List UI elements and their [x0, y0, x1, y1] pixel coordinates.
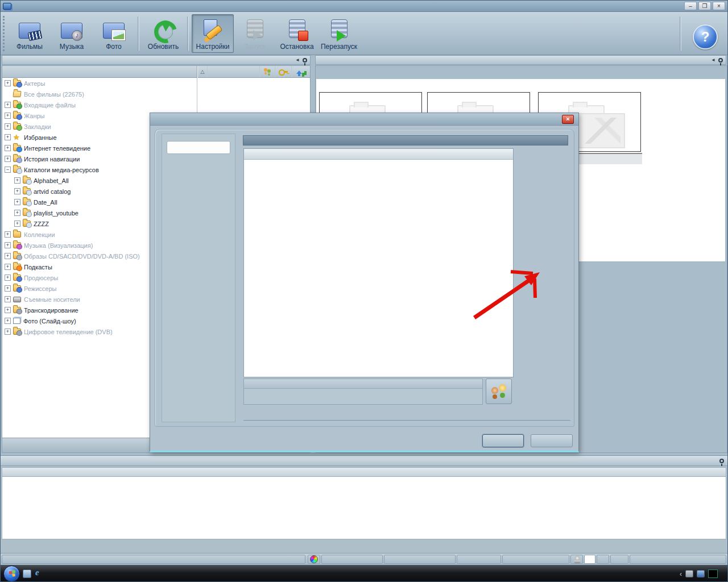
rating-header-label[interactable]: [207, 66, 259, 77]
expander-icon[interactable]: +: [5, 145, 11, 151]
help-button[interactable]: [684, 14, 726, 53]
tree-item-label: Каталоги медиа-ресурсов: [24, 167, 99, 173]
log-panel: [1, 455, 727, 552]
status-count-3: [502, 555, 569, 564]
server-stop-icon: [285, 18, 309, 41]
sort-icon[interactable]: △: [198, 66, 207, 77]
folder-podcasts-icon: [13, 264, 21, 270]
toolbar-separator: [138, 16, 139, 51]
expander-icon[interactable]: +: [5, 253, 11, 259]
toolbar-button-label: Фото: [106, 43, 122, 51]
users-column-icon[interactable]: [259, 66, 275, 77]
expander-icon: [5, 91, 11, 97]
tree-item-label: Все фильмы (22675): [24, 91, 84, 98]
toolbar-button-label: Музыка: [60, 43, 84, 51]
folder-internet-tv-icon: [13, 145, 21, 151]
pin-icon[interactable]: [303, 58, 307, 63]
tree-item[interactable]: +Входящие файлы: [2, 99, 197, 110]
expander-icon[interactable]: +: [5, 231, 11, 238]
status-count-5: [610, 555, 628, 564]
minimize-button[interactable]: –: [684, 2, 697, 10]
tray-expand-icon[interactable]: ‹: [680, 570, 682, 578]
expander-icon[interactable]: +: [5, 307, 11, 313]
tree-item[interactable]: +Актеры: [2, 78, 197, 89]
tree-item-label: История навигации: [24, 156, 80, 163]
films-folder-icon: [18, 18, 42, 41]
folder-bookmarks-icon: [13, 123, 21, 130]
restore-button[interactable]: ❐: [698, 2, 711, 10]
dialog-bottom-tabs: [243, 408, 570, 421]
status-swatch-white: [584, 555, 595, 564]
collapse-icon[interactable]: ◄: [711, 57, 715, 63]
expander-icon[interactable]: +: [5, 285, 11, 292]
pin-icon[interactable]: [719, 459, 724, 463]
tree-item-label: Режиссеры: [24, 285, 57, 292]
list-pane-header: ◄: [315, 55, 726, 65]
expander-icon[interactable]: +: [5, 242, 11, 248]
tree-column-header: [2, 66, 197, 78]
show-desktop-icon[interactable]: [23, 569, 31, 578]
expander-icon[interactable]: +: [14, 177, 20, 184]
toolbar-button[interactable]: Остановка: [276, 14, 318, 53]
status-count-4: [597, 555, 609, 564]
browser-icon[interactable]: [34, 569, 43, 578]
dialog-title-bar: [150, 113, 578, 126]
help-icon: [693, 24, 718, 49]
expander-icon[interactable]: +: [5, 329, 11, 335]
toolbar-button[interactable]: Перезапуск: [318, 14, 360, 53]
toolbar-button[interactable]: Фильмы: [9, 14, 51, 53]
start-button[interactable]: [3, 566, 20, 582]
my-computer-group: [243, 379, 483, 405]
users-button[interactable]: [486, 379, 512, 404]
cancel-button[interactable]: [531, 434, 573, 447]
table-header: [244, 149, 513, 160]
ok-button[interactable]: [482, 434, 524, 447]
expander-icon[interactable]: +: [14, 188, 20, 194]
key-column-icon[interactable]: [275, 66, 291, 77]
tree-item[interactable]: Все фильмы (22675): [2, 89, 197, 99]
tray-icon[interactable]: [697, 570, 705, 577]
expander-icon[interactable]: +: [5, 134, 11, 140]
expander-icon[interactable]: +: [5, 102, 11, 108]
toolbar-grip[interactable]: [3, 16, 6, 51]
expander-icon[interactable]: +: [5, 275, 11, 281]
tray-icon[interactable]: [685, 570, 693, 577]
toolbar-button[interactable]: Настройки: [192, 14, 234, 53]
expander-icon[interactable]: +: [5, 318, 11, 324]
close-button[interactable]: ×: [713, 2, 725, 10]
expander-icon[interactable]: +: [5, 123, 11, 130]
tree-item-label: Съемные носители: [24, 296, 80, 303]
expander-icon[interactable]: −: [5, 167, 11, 173]
toolbar-button[interactable]: Обновить: [142, 14, 184, 53]
media-resources-table: [243, 148, 514, 377]
status-bar: [1, 553, 727, 565]
folder-incoming-icon: [13, 102, 21, 108]
photo-folder-icon: [102, 18, 126, 41]
stats-column-icon[interactable]: [291, 66, 310, 77]
dialog-close-icon[interactable]: [562, 115, 574, 124]
title-bar: – ❐ ×: [1, 1, 727, 12]
tree-item-label: Цифровое телевидение (DVB): [24, 329, 113, 335]
expander-icon[interactable]: +: [5, 264, 11, 270]
expander-icon[interactable]: +: [5, 296, 11, 302]
folder-history-icon: [13, 156, 21, 162]
toolbar-button[interactable]: Фото: [93, 14, 135, 53]
tree-item-label: Жанры: [24, 113, 45, 119]
expander-icon[interactable]: +: [14, 221, 20, 227]
version-label: [630, 555, 726, 564]
removable-media-icon: [13, 297, 21, 302]
tree-item-label: Коллекции: [24, 231, 55, 238]
tree-item-label: Входящие файлы: [24, 102, 76, 109]
expander-icon[interactable]: +: [5, 80, 11, 86]
toolbar-button[interactable]: Запуск: [234, 14, 276, 53]
app-icon: [3, 3, 11, 10]
collapse-icon[interactable]: ◄: [295, 57, 300, 63]
expander-icon[interactable]: +: [5, 156, 11, 162]
expander-icon[interactable]: +: [14, 199, 20, 205]
toolbar-button[interactable]: Музыка: [51, 14, 93, 53]
pin-icon[interactable]: [718, 58, 723, 63]
color-wheel-segment: [308, 555, 320, 564]
tree-item-label: Образы CD/SACD/DVD/DVD-A/BD (ISO): [24, 253, 140, 260]
expander-icon[interactable]: +: [14, 210, 20, 216]
expander-icon[interactable]: +: [5, 113, 11, 119]
